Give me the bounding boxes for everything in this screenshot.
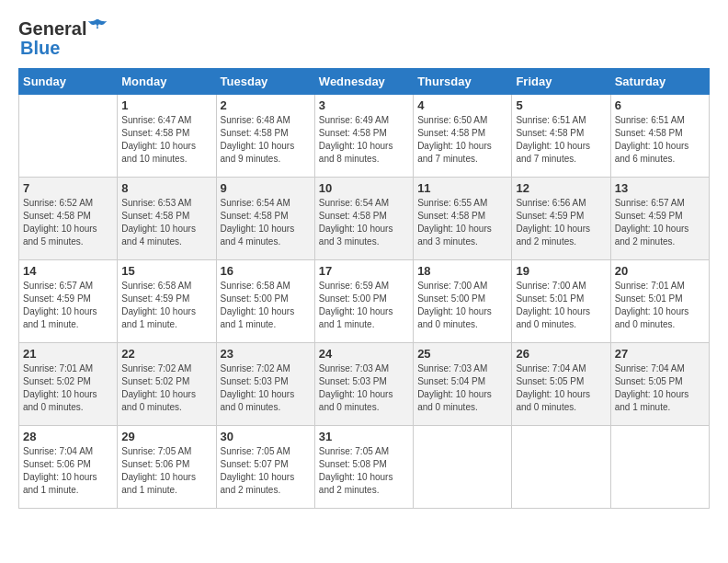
calendar-cell: 24Sunrise: 7:03 AM Sunset: 5:03 PM Dayli… [314,343,413,426]
week-row-4: 21Sunrise: 7:01 AM Sunset: 5:02 PM Dayli… [19,343,710,426]
day-number: 21 [23,347,113,361]
calendar-cell [610,426,709,509]
day-number: 3 [319,98,409,112]
day-info: Sunrise: 7:01 AM Sunset: 5:02 PM Dayligh… [23,362,113,414]
calendar-cell: 4Sunrise: 6:50 AM Sunset: 4:58 PM Daylig… [414,95,512,178]
day-number: 17 [319,264,409,278]
day-info: Sunrise: 7:05 AM Sunset: 5:08 PM Dayligh… [319,445,409,497]
day-info: Sunrise: 7:03 AM Sunset: 5:03 PM Dayligh… [319,362,409,414]
calendar-cell: 5Sunrise: 6:51 AM Sunset: 4:58 PM Daylig… [512,95,610,178]
calendar-cell: 15Sunrise: 6:58 AM Sunset: 4:59 PM Dayli… [118,260,216,343]
header-wednesday: Wednesday [314,69,413,95]
day-number: 23 [221,347,311,361]
day-info: Sunrise: 7:01 AM Sunset: 5:01 PM Dayligh… [615,280,705,331]
day-info: Sunrise: 7:02 AM Sunset: 5:03 PM Dayligh… [221,362,311,414]
day-info: Sunrise: 7:04 AM Sunset: 5:05 PM Dayligh… [615,362,705,414]
calendar-cell: 17Sunrise: 6:59 AM Sunset: 5:00 PM Dayli… [314,260,413,343]
day-number: 10 [319,181,409,195]
day-number: 16 [221,264,311,278]
calendar-cell: 3Sunrise: 6:49 AM Sunset: 4:58 PM Daylig… [314,95,413,178]
calendar-cell: 19Sunrise: 7:00 AM Sunset: 5:01 PM Dayli… [512,260,610,343]
calendar-cell: 16Sunrise: 6:58 AM Sunset: 5:00 PM Dayli… [216,260,314,343]
day-info: Sunrise: 6:47 AM Sunset: 4:58 PM Dayligh… [121,114,211,166]
day-number: 2 [221,98,311,112]
calendar-cell: 12Sunrise: 6:56 AM Sunset: 4:59 PM Dayli… [512,178,610,260]
logo-general-text: General [18,18,86,40]
calendar-cell: 6Sunrise: 6:51 AM Sunset: 4:58 PM Daylig… [610,95,709,178]
day-number: 19 [516,264,606,278]
calendar-cell: 14Sunrise: 6:57 AM Sunset: 4:59 PM Dayli… [19,260,118,343]
day-number: 20 [615,264,705,278]
day-info: Sunrise: 6:48 AM Sunset: 4:58 PM Dayligh… [221,114,311,166]
day-number: 31 [319,430,409,443]
day-number: 6 [615,98,705,112]
day-info: Sunrise: 6:51 AM Sunset: 4:58 PM Dayligh… [615,114,705,166]
calendar-cell: 10Sunrise: 6:54 AM Sunset: 4:58 PM Dayli… [314,178,413,260]
calendar-cell: 20Sunrise: 7:01 AM Sunset: 5:01 PM Dayli… [610,260,709,343]
header-saturday: Saturday [610,69,709,95]
calendar-cell: 13Sunrise: 6:57 AM Sunset: 4:59 PM Dayli… [610,178,709,260]
day-number: 15 [121,264,211,278]
week-row-3: 14Sunrise: 6:57 AM Sunset: 4:59 PM Dayli… [19,260,710,343]
week-row-5: 28Sunrise: 7:04 AM Sunset: 5:06 PM Dayli… [19,426,710,509]
day-number: 9 [221,181,311,195]
day-number: 26 [516,347,606,361]
calendar-cell: 25Sunrise: 7:03 AM Sunset: 5:04 PM Dayli… [414,343,512,426]
calendar-cell [19,95,118,178]
day-info: Sunrise: 6:51 AM Sunset: 4:58 PM Dayligh… [516,114,606,166]
calendar-cell: 29Sunrise: 7:05 AM Sunset: 5:06 PM Dayli… [118,426,216,509]
day-number: 24 [319,347,409,361]
calendar-cell: 27Sunrise: 7:04 AM Sunset: 5:05 PM Dayli… [610,343,709,426]
day-number: 8 [121,181,211,195]
calendar-cell: 30Sunrise: 7:05 AM Sunset: 5:07 PM Dayli… [216,426,314,509]
day-info: Sunrise: 7:05 AM Sunset: 5:07 PM Dayligh… [221,445,311,497]
header-tuesday: Tuesday [216,69,314,95]
calendar-cell: 22Sunrise: 7:02 AM Sunset: 5:02 PM Dayli… [118,343,216,426]
day-info: Sunrise: 7:00 AM Sunset: 5:01 PM Dayligh… [516,280,606,331]
calendar-cell [512,426,610,509]
day-info: Sunrise: 6:58 AM Sunset: 5:00 PM Dayligh… [221,280,311,331]
day-number: 30 [221,430,311,443]
calendar-table: SundayMondayTuesdayWednesdayThursdayFrid… [18,68,710,509]
calendar-cell: 26Sunrise: 7:04 AM Sunset: 5:05 PM Dayli… [512,343,610,426]
calendar-cell: 18Sunrise: 7:00 AM Sunset: 5:00 PM Dayli… [414,260,512,343]
day-info: Sunrise: 6:53 AM Sunset: 4:58 PM Dayligh… [121,197,211,248]
day-number: 11 [417,181,507,195]
day-number: 18 [417,264,507,278]
calendar-cell: 9Sunrise: 6:54 AM Sunset: 4:58 PM Daylig… [216,178,314,260]
week-row-2: 7Sunrise: 6:52 AM Sunset: 4:58 PM Daylig… [19,178,710,260]
day-info: Sunrise: 6:59 AM Sunset: 5:00 PM Dayligh… [319,280,409,331]
day-info: Sunrise: 6:57 AM Sunset: 4:59 PM Dayligh… [615,197,705,248]
calendar-cell: 21Sunrise: 7:01 AM Sunset: 5:02 PM Dayli… [19,343,118,426]
calendar-cell: 1Sunrise: 6:47 AM Sunset: 4:58 PM Daylig… [118,95,216,178]
day-info: Sunrise: 6:54 AM Sunset: 4:58 PM Dayligh… [319,197,409,248]
day-info: Sunrise: 6:55 AM Sunset: 4:58 PM Dayligh… [417,197,507,248]
day-info: Sunrise: 6:57 AM Sunset: 4:59 PM Dayligh… [23,280,113,331]
calendar-cell: 11Sunrise: 6:55 AM Sunset: 4:58 PM Dayli… [414,178,512,260]
day-info: Sunrise: 6:56 AM Sunset: 4:59 PM Dayligh… [516,197,606,248]
day-number: 5 [516,98,606,112]
week-row-1: 1Sunrise: 6:47 AM Sunset: 4:58 PM Daylig… [19,95,710,178]
day-info: Sunrise: 7:05 AM Sunset: 5:06 PM Dayligh… [121,445,211,497]
day-info: Sunrise: 6:50 AM Sunset: 4:58 PM Dayligh… [417,114,507,166]
day-number: 29 [121,430,211,443]
day-info: Sunrise: 6:58 AM Sunset: 4:59 PM Dayligh… [121,280,211,331]
day-number: 25 [417,347,507,361]
day-info: Sunrise: 7:00 AM Sunset: 5:00 PM Dayligh… [417,280,507,331]
day-info: Sunrise: 7:02 AM Sunset: 5:02 PM Dayligh… [121,362,211,414]
header-row: SundayMondayTuesdayWednesdayThursdayFrid… [19,69,710,95]
day-number: 12 [516,181,606,195]
day-number: 4 [417,98,507,112]
day-number: 28 [23,430,113,443]
header-thursday: Thursday [414,69,512,95]
calendar-cell [414,426,512,509]
day-info: Sunrise: 7:04 AM Sunset: 5:06 PM Dayligh… [23,445,113,497]
calendar-cell: 8Sunrise: 6:53 AM Sunset: 4:58 PM Daylig… [118,178,216,260]
day-info: Sunrise: 7:04 AM Sunset: 5:05 PM Dayligh… [516,362,606,414]
calendar-cell: 28Sunrise: 7:04 AM Sunset: 5:06 PM Dayli… [19,426,118,509]
calendar-cell: 7Sunrise: 6:52 AM Sunset: 4:58 PM Daylig… [19,178,118,260]
day-info: Sunrise: 7:03 AM Sunset: 5:04 PM Dayligh… [417,362,507,414]
day-number: 7 [23,181,113,195]
logo-blue-text: Blue [20,38,60,58]
day-info: Sunrise: 6:52 AM Sunset: 4:58 PM Dayligh… [23,197,113,248]
